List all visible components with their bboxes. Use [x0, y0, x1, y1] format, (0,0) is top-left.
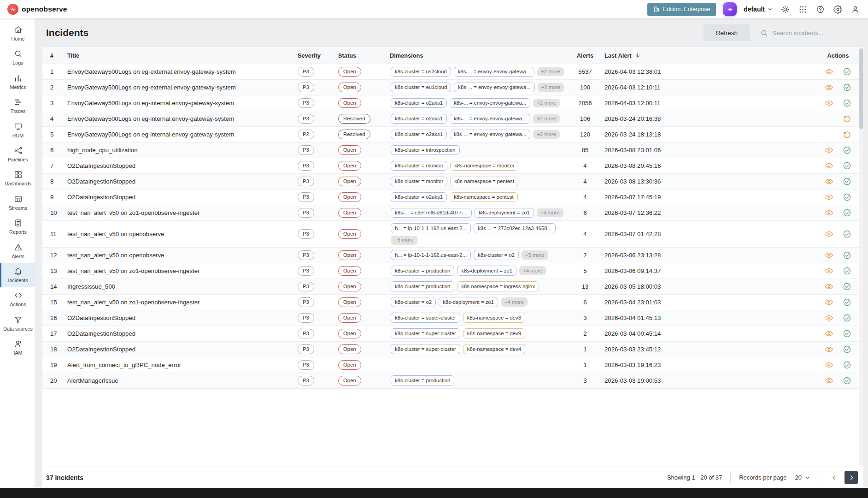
incident-row[interactable]: 19Alert_from_connect_to_gRPC_node_errorP…: [42, 357, 863, 373]
view-incident-button[interactable]: [825, 361, 833, 369]
resolve-incident-button[interactable]: [843, 99, 851, 107]
sidebar-item-incidents[interactable]: Incidents: [0, 263, 35, 287]
incident-row[interactable]: 3EnvoyGateway500Logs on eg-internal.envo…: [42, 95, 863, 111]
sidebar-item-streams[interactable]: Streams: [0, 190, 35, 214]
incident-row[interactable]: 10test_nan_alert_v50 on zo1-openobserve-…: [42, 205, 863, 221]
sidebar-item-metrics[interactable]: Metrics: [0, 70, 35, 94]
more-dimensions-chip[interactable]: +2 more: [537, 67, 564, 77]
incident-row[interactable]: 13test_nan_alert_v50 on zo1-openobserve-…: [42, 263, 863, 279]
more-dimensions-chip[interactable]: +4 more: [519, 266, 546, 275]
incident-row[interactable]: 9O2DataIngestionStoppedP3Openk8s-cluster…: [42, 190, 863, 205]
resolve-incident-button[interactable]: [843, 376, 851, 385]
view-incident-button[interactable]: [825, 230, 833, 238]
incident-row[interactable]: 1EnvoyGateway500Logs on eg-external.envo…: [42, 64, 863, 80]
more-dimensions-chip[interactable]: +4 more: [501, 297, 528, 307]
help-icon[interactable]: [815, 4, 826, 15]
more-dimensions-chip[interactable]: +5 more: [522, 250, 548, 260]
search-input[interactable]: [772, 30, 853, 36]
resolve-incident-button[interactable]: [843, 230, 851, 238]
brand[interactable]: openobserve: [7, 4, 67, 15]
view-incident-button[interactable]: [825, 83, 833, 92]
incident-row[interactable]: 2EnvoyGateway500Logs on eg-external.envo…: [42, 80, 863, 95]
view-incident-button[interactable]: [825, 376, 833, 385]
sort-descending-icon[interactable]: [634, 52, 641, 59]
refresh-button[interactable]: Refresh: [704, 24, 750, 41]
apps-grid-icon[interactable]: [798, 4, 808, 15]
resolve-incident-button[interactable]: [843, 161, 851, 170]
resolve-incident-button[interactable]: [843, 267, 851, 275]
sidebar-item-logs[interactable]: Logs: [0, 45, 35, 69]
incident-row[interactable]: 18O2DataIngestionStoppedP3Openk8s-cluste…: [42, 342, 863, 357]
view-incident-button[interactable]: [825, 208, 833, 217]
view-incident-button[interactable]: [825, 314, 833, 322]
incident-row[interactable]: 20AlertManagerIssueP3Openk8s-cluster = p…: [42, 373, 863, 389]
vertical-scrollbar[interactable]: [859, 48, 863, 465]
resolve-incident-button[interactable]: [843, 282, 851, 291]
more-dimensions-chip[interactable]: +4 more: [537, 208, 563, 218]
view-incident-button[interactable]: [825, 146, 833, 154]
scrollbar-thumb[interactable]: [859, 48, 863, 129]
resolve-incident-button[interactable]: [843, 208, 851, 217]
more-dimensions-chip[interactable]: +5 more: [391, 236, 417, 245]
more-dimensions-chip[interactable]: +2 more: [533, 99, 560, 108]
sidebar-item-home[interactable]: Home: [0, 21, 35, 45]
resolve-incident-button[interactable]: [843, 345, 851, 354]
more-dimensions-chip[interactable]: +2 more: [533, 130, 560, 139]
ai-assistant-button[interactable]: [723, 2, 737, 16]
settings-gear-icon[interactable]: [833, 4, 843, 15]
sidebar-item-traces[interactable]: Traces: [0, 94, 35, 118]
sidebar-item-iam[interactable]: IAM: [0, 335, 35, 359]
incident-row[interactable]: 4EnvoyGateway500Logs on eg-internal.envo…: [42, 111, 863, 127]
resolve-incident-button[interactable]: [843, 146, 851, 154]
sidebar-item-data-sources[interactable]: Data sources: [0, 311, 35, 335]
view-incident-button[interactable]: [825, 67, 833, 76]
incident-row[interactable]: 14IngressIssue_500P3Openk8s-cluster = pr…: [42, 279, 863, 295]
view-incident-button[interactable]: [825, 282, 833, 291]
resolve-incident-button[interactable]: [843, 329, 851, 338]
header-alerts[interactable]: Alerts: [569, 52, 601, 59]
sidebar-item-reports[interactable]: Reports: [0, 214, 35, 238]
sidebar-item-alerts[interactable]: Alerts: [0, 239, 35, 263]
resolve-incident-button[interactable]: [843, 251, 851, 260]
resolve-incident-button[interactable]: [843, 177, 851, 186]
theme-toggle-icon[interactable]: [780, 4, 791, 15]
user-profile-icon[interactable]: [850, 4, 861, 15]
incident-row[interactable]: 11test_nan_alert_v50 on openobserveP3Ope…: [42, 221, 863, 248]
sidebar-item-dashboards[interactable]: Dashboards: [0, 166, 35, 190]
edition-button[interactable]: Edition: Enterprise: [647, 3, 716, 16]
resolve-incident-button[interactable]: [843, 314, 851, 322]
more-dimensions-chip[interactable]: +2 more: [538, 83, 564, 92]
next-page-button[interactable]: [845, 471, 858, 484]
sidebar-item-pipelines[interactable]: Pipelines: [0, 142, 35, 166]
resolve-incident-button[interactable]: [843, 361, 851, 369]
more-dimensions-chip[interactable]: +2 more: [533, 114, 560, 124]
org-selector[interactable]: default: [744, 6, 773, 13]
view-incident-button[interactable]: [825, 251, 833, 260]
view-incident-button[interactable]: [825, 298, 833, 307]
view-incident-button[interactable]: [825, 193, 833, 202]
header-severity[interactable]: Severity: [294, 52, 334, 59]
header-last-alert[interactable]: Last Alert: [601, 52, 689, 59]
resolve-incident-button[interactable]: [843, 83, 851, 92]
view-incident-button[interactable]: [825, 177, 833, 186]
header-status[interactable]: Status: [334, 52, 386, 59]
view-incident-button[interactable]: [825, 161, 833, 170]
reopen-incident-button[interactable]: [843, 130, 851, 139]
header-title[interactable]: Title: [64, 52, 294, 59]
incident-row[interactable]: 7O2DataIngestionStoppedP3Openk8s-cluster…: [42, 158, 863, 174]
incident-row[interactable]: 17O2DataIngestionStoppedP3Openk8s-cluste…: [42, 326, 863, 342]
incident-row[interactable]: 12test_nan_alert_v50 on openobserveP3Ope…: [42, 248, 863, 263]
page-size-select[interactable]: 20: [795, 474, 810, 481]
view-incident-button[interactable]: [825, 99, 833, 107]
incident-row[interactable]: 5EnvoyGateway500Logs on eg-internal.envo…: [42, 127, 863, 142]
sidebar-item-actions[interactable]: Actions: [0, 287, 35, 311]
incident-row[interactable]: 8O2DataIngestionStoppedP3Openk8s-cluster…: [42, 174, 863, 190]
incident-row[interactable]: 6high_node_cpu_utilizationP3Openk8s-clus…: [42, 142, 863, 158]
sidebar-item-rum[interactable]: RUM: [0, 118, 35, 142]
incident-row[interactable]: 16O2DataIngestionStoppedP3Openk8s-cluste…: [42, 310, 863, 326]
view-incident-button[interactable]: [825, 345, 833, 354]
incident-row[interactable]: 15test_nan_alert_v50 on zo1-openobserve-…: [42, 295, 863, 310]
resolve-incident-button[interactable]: [843, 67, 851, 76]
prev-page-button[interactable]: [827, 471, 841, 484]
resolve-incident-button[interactable]: [843, 298, 851, 307]
